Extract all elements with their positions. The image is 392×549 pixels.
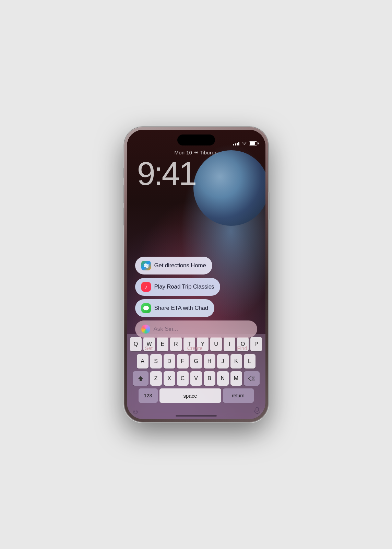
key-f[interactable]: F <box>177 354 189 369</box>
key-m[interactable]: M <box>230 371 242 386</box>
keyboard-row-bottom: 123 space return <box>128 388 264 403</box>
emoji-key-icon[interactable]: ☺ <box>132 407 139 416</box>
key-k[interactable]: K <box>230 354 242 369</box>
maps-app-icon <box>141 261 151 270</box>
suggestion-messages[interactable]: Share ETA with Chad <box>135 299 214 317</box>
key-b[interactable]: B <box>204 371 215 386</box>
suggestion-music-text: Play Road Trip Classics <box>154 283 214 290</box>
key-v[interactable]: V <box>190 371 202 386</box>
battery-fill <box>250 142 255 145</box>
signal-bar-4 <box>238 142 239 145</box>
key-return[interactable]: return <box>223 388 254 403</box>
music-app-icon: ♪ <box>141 282 151 292</box>
key-n[interactable]: N <box>217 371 229 386</box>
key-h[interactable]: H <box>204 354 215 369</box>
key-l[interactable]: L <box>244 354 256 369</box>
messages-app-icon <box>141 303 151 313</box>
silent-switch[interactable] <box>123 168 124 178</box>
key-a[interactable]: A <box>137 354 149 369</box>
key-s[interactable]: S <box>150 354 162 369</box>
divider-2 <box>220 344 220 352</box>
key-shift[interactable] <box>133 371 149 386</box>
svg-rect-0 <box>256 407 259 411</box>
key-g[interactable]: G <box>190 354 202 369</box>
key-d[interactable]: D <box>164 354 175 369</box>
keyboard-bottom-bar: ☺ <box>128 406 264 419</box>
phone-screen: Mon 10 ☀ Tiburon 9:41 Get directions Hom… <box>127 130 265 419</box>
dictation-icon[interactable] <box>254 407 261 417</box>
volume-up-button[interactable] <box>123 185 124 203</box>
quick-action-set[interactable]: Set <box>142 344 155 352</box>
signal-bar-2 <box>235 143 236 145</box>
siri-input-placeholder: Ask Siri... <box>154 326 178 332</box>
key-j[interactable]: J <box>217 354 229 369</box>
quick-actions-row: Set Create Find <box>135 341 257 354</box>
suggestion-messages-text: Share ETA with Chad <box>154 305 208 312</box>
key-delete[interactable] <box>244 371 260 386</box>
volume-down-button[interactable] <box>123 208 124 225</box>
phone-frame: Mon 10 ☀ Tiburon 9:41 Get directions Hom… <box>124 127 268 422</box>
dynamic-island <box>177 135 215 145</box>
signal-bars-icon <box>233 141 239 145</box>
suggestion-music[interactable]: ♪ Play Road Trip Classics <box>135 278 221 296</box>
suggestion-maps-text: Get directions Home <box>154 262 206 269</box>
key-z[interactable]: Z <box>150 371 162 386</box>
power-button[interactable] <box>268 192 270 220</box>
divider-1 <box>170 344 170 352</box>
clock-time-display: 9:41 <box>127 157 265 190</box>
clock-section: Mon 10 ☀ Tiburon 9:41 <box>127 150 265 190</box>
key-c[interactable]: C <box>177 371 189 386</box>
key-space[interactable]: space <box>159 388 221 403</box>
keyboard-row-3: Z X C V B N M <box>128 371 264 386</box>
keyboard-row-2: A S D F G H J K L <box>128 354 264 369</box>
suggestion-maps[interactable]: Get directions Home <box>135 257 212 274</box>
home-indicator[interactable] <box>176 415 217 417</box>
siri-orb-icon <box>141 325 150 334</box>
battery-icon <box>249 141 257 145</box>
key-numbers[interactable]: 123 <box>139 388 158 403</box>
siri-suggestions-area: Get directions Home ♪ Play Road Trip Cla… <box>135 257 257 354</box>
status-right-icons <box>233 141 257 146</box>
quick-action-find[interactable]: Find <box>234 344 250 352</box>
signal-bar-3 <box>237 143 238 145</box>
key-x[interactable]: X <box>164 371 175 386</box>
wifi-icon <box>241 141 247 146</box>
signal-bar-1 <box>233 144 234 145</box>
quick-action-create[interactable]: Create <box>185 344 205 352</box>
siri-input-container[interactable]: Ask Siri... <box>135 320 257 338</box>
